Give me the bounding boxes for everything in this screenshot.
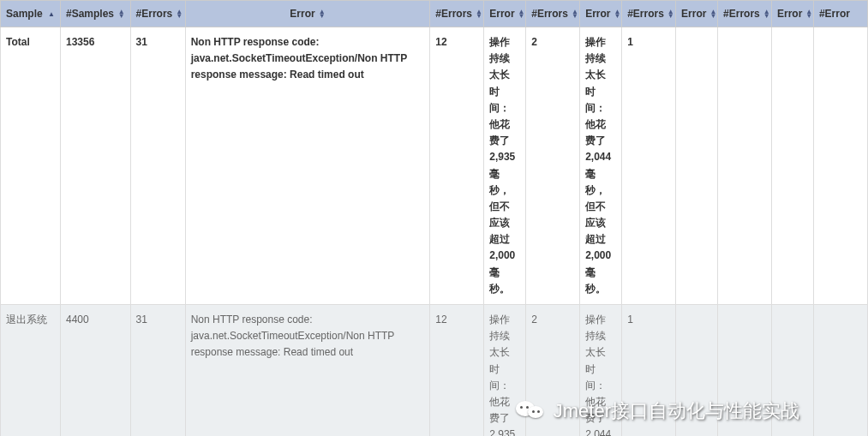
cell-samples: 4400 xyxy=(60,305,130,437)
table-header-row: Sample▲ #Samples▲▼ #Errors▲▼ Error▲▼ #Er… xyxy=(1,1,868,27)
header-errors-1[interactable]: #Errors▲▼ xyxy=(130,1,185,27)
table-row: Total 13356 31 Non HTTP response code: j… xyxy=(1,27,868,305)
cell-errors-3: 2 xyxy=(526,27,580,305)
header-errors-2[interactable]: #Errors▲▼ xyxy=(430,1,484,27)
table-row: 退出系统 4400 31 Non HTTP response code: jav… xyxy=(1,305,868,437)
cell-error-2: 操作持续太长时间：他花费了 2,935 毫秒，但不应该超过 2,000 毫秒。 xyxy=(484,27,526,305)
sort-both-icon: ▲▼ xyxy=(763,9,770,18)
header-sample[interactable]: Sample▲ xyxy=(1,1,61,27)
header-error-5[interactable]: Error▲▼ xyxy=(771,1,813,27)
sort-both-icon: ▲▼ xyxy=(118,9,125,18)
cell-errors-4: 1 xyxy=(622,27,676,305)
header-error-2[interactable]: Error▲▼ xyxy=(484,1,526,27)
cell-error-4 xyxy=(676,305,718,437)
cell-samples: 13356 xyxy=(60,27,130,305)
header-error-4[interactable]: Error▲▼ xyxy=(676,1,718,27)
cell-error-main: Non HTTP response code: java.net.SocketT… xyxy=(185,305,430,437)
cell-sample: Total xyxy=(1,27,61,305)
sort-both-icon: ▲▼ xyxy=(614,9,621,18)
cell-errors-3: 2 xyxy=(526,305,580,437)
header-errors-4[interactable]: #Errors▲▼ xyxy=(622,1,676,27)
cell-errors-2: 12 xyxy=(430,305,484,437)
sort-both-icon: ▲▼ xyxy=(176,9,183,18)
cell-errors: 31 xyxy=(130,27,185,305)
cell-error-5 xyxy=(771,27,813,305)
errors-table: Sample▲ #Samples▲▼ #Errors▲▼ Error▲▼ #Er… xyxy=(0,0,868,436)
cell-errors-5 xyxy=(718,27,772,305)
cell-sample: 退出系统 xyxy=(1,305,61,437)
cell-error-4 xyxy=(676,27,718,305)
cell-errors-4: 1 xyxy=(622,305,676,437)
cell-errors: 31 xyxy=(130,305,185,437)
cell-error-5 xyxy=(771,305,813,437)
sort-both-icon: ▲▼ xyxy=(572,9,578,18)
cell-errors-6 xyxy=(813,305,867,437)
sort-both-icon: ▲▼ xyxy=(319,9,326,18)
cell-errors-2: 12 xyxy=(430,27,484,305)
sort-both-icon: ▲▼ xyxy=(709,9,716,18)
sort-both-icon: ▲▼ xyxy=(805,9,812,18)
header-error-1[interactable]: Error▲▼ xyxy=(185,1,430,27)
cell-error-3: 操作持续太长时间：他花费了 2,044 毫秒，但不应该超过 2,000 毫秒。 xyxy=(580,27,622,305)
header-errors-5[interactable]: #Errors▲▼ xyxy=(718,1,772,27)
cell-errors-5 xyxy=(718,305,772,437)
cell-error-2: 操作持续太长时间：他花费了 2,935 毫秒，但不应该超过 2,000 毫秒。 xyxy=(484,305,526,437)
sort-both-icon: ▲▼ xyxy=(518,9,525,18)
header-errors-3[interactable]: #Errors▲▼ xyxy=(526,1,580,27)
cell-error-3: 操作持续太长时间：他花费了 2,044 毫秒，但不应该超过 2,000 毫秒。 xyxy=(580,305,622,437)
header-error-3[interactable]: Error▲▼ xyxy=(580,1,622,27)
sort-both-icon: ▲▼ xyxy=(476,9,482,18)
cell-error-main: Non HTTP response code: java.net.SocketT… xyxy=(185,27,430,305)
sort-asc-icon: ▲ xyxy=(48,10,55,18)
header-errors-6[interactable]: #Error xyxy=(813,1,867,27)
cell-errors-6 xyxy=(813,27,867,305)
sort-both-icon: ▲▼ xyxy=(667,9,674,18)
header-samples[interactable]: #Samples▲▼ xyxy=(60,1,130,27)
